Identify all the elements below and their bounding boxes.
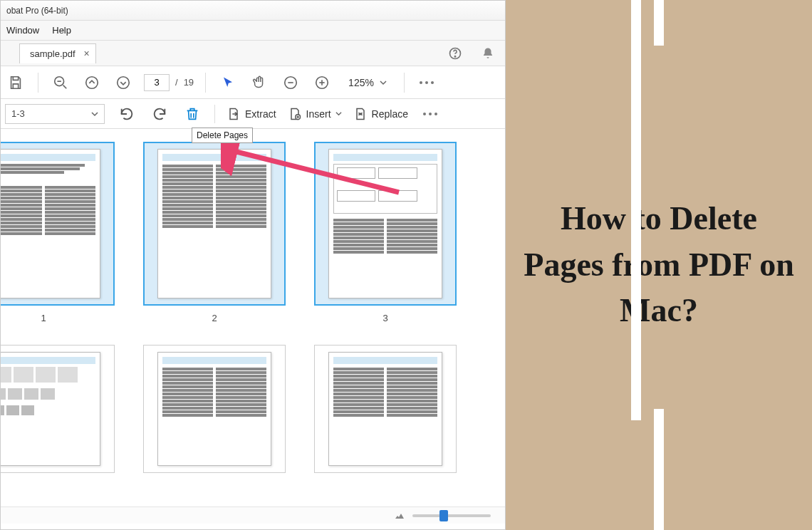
page-thumbnail-4[interactable] — [1, 345, 115, 473]
svg-line-19 — [228, 150, 399, 192]
delete-pages-button[interactable] — [182, 103, 203, 125]
more-icon[interactable] — [416, 72, 437, 93]
svg-point-6 — [118, 76, 130, 88]
hand-icon[interactable] — [249, 72, 270, 93]
page-indicator: / 19 — [144, 74, 194, 91]
page-number: 2 — [212, 313, 217, 323]
window-title: obat Pro (64-bit) — [6, 6, 68, 16]
close-icon[interactable]: × — [83, 48, 89, 59]
extract-label: Extract — [245, 108, 276, 120]
zoom-minus-icon[interactable] — [280, 72, 301, 93]
svg-point-18 — [434, 113, 437, 115]
menu-help[interactable]: Help — [52, 25, 71, 36]
page-thumbnail-6[interactable] — [314, 345, 457, 473]
extract-button[interactable]: Extract — [227, 107, 276, 121]
acrobat-window: obat Pro (64-bit) Window Help sample.pdf… — [0, 0, 506, 530]
tab-strip: sample.pdf × — [1, 41, 505, 66]
page-range-select[interactable]: 1-3 — [5, 104, 105, 124]
rotate-ccw-icon[interactable] — [116, 103, 137, 125]
svg-point-14 — [431, 81, 434, 84]
rotate-cw-icon[interactable] — [149, 103, 170, 125]
svg-point-12 — [420, 81, 422, 84]
decorative-rule — [631, 0, 641, 420]
insert-button[interactable]: Insert — [288, 107, 342, 121]
bell-icon[interactable] — [479, 45, 496, 62]
organize-toolbar: 1-3 Extract Insert — [1, 99, 505, 129]
insert-label: Insert — [306, 108, 331, 120]
svg-point-16 — [423, 113, 426, 115]
document-tab[interactable]: sample.pdf × — [19, 43, 96, 63]
help-icon[interactable] — [447, 45, 464, 62]
page-sep: / — [175, 77, 178, 88]
article-title-panel: How to Delete Pages from PDF on Mac? — [506, 0, 812, 530]
tab-label: sample.pdf — [30, 48, 76, 59]
page-thumbnail-1[interactable] — [1, 142, 115, 306]
svg-point-17 — [429, 113, 432, 115]
replace-button[interactable]: Replace — [353, 107, 408, 121]
total-pages: 19 — [184, 77, 194, 88]
svg-point-13 — [425, 81, 428, 84]
zoom-value: 125% — [348, 77, 374, 88]
replace-label: Replace — [372, 108, 408, 120]
current-page-input[interactable] — [144, 74, 170, 91]
svg-point-5 — [86, 76, 98, 88]
range-value: 1-3 — [11, 108, 25, 119]
svg-line-3 — [63, 85, 67, 88]
page-up-icon[interactable] — [81, 72, 103, 93]
decorative-rule — [654, 409, 664, 530]
page-thumbnail-5[interactable] — [143, 345, 286, 473]
slider-thumb[interactable] — [439, 510, 448, 521]
zoom-select[interactable]: 125% — [343, 76, 392, 90]
annotation-arrow — [221, 142, 406, 199]
menu-window[interactable]: Window — [6, 25, 39, 36]
more-tools-icon[interactable] — [420, 103, 441, 125]
article-headline: How to Delete Pages from PDF on Mac? — [506, 196, 812, 333]
save-icon[interactable] — [5, 72, 26, 93]
thumbnail-size-small-icon[interactable] — [394, 511, 405, 520]
svg-point-1 — [454, 56, 455, 56]
decorative-rule — [654, 0, 664, 46]
zoom-slider-bar — [1, 506, 505, 524]
window-titlebar: obat Pro (64-bit) — [1, 1, 505, 21]
page-number: 3 — [382, 313, 387, 323]
zoom-plus-icon[interactable] — [311, 72, 333, 93]
page-down-icon[interactable] — [113, 72, 134, 93]
thumbnail-zoom-slider[interactable] — [412, 514, 491, 517]
zoom-out-icon[interactable] — [50, 72, 71, 93]
pointer-icon[interactable] — [217, 72, 239, 93]
delete-tooltip: Delete Pages — [192, 128, 253, 143]
menu-bar: Window Help — [1, 21, 505, 41]
page-number: 1 — [41, 313, 46, 323]
main-toolbar: / 19 125% — [1, 66, 505, 99]
